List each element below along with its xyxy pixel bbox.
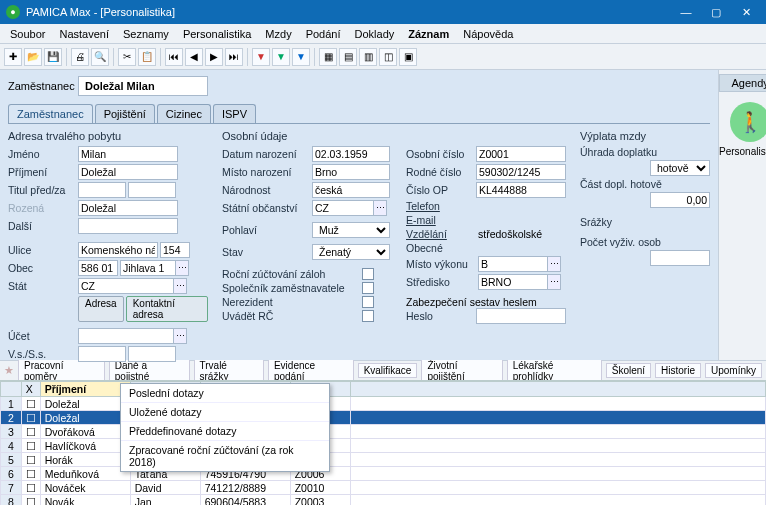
input-osobni-cislo[interactable] [476, 146, 566, 162]
ctx-zpracovane-rocni[interactable]: Zpracované roční zúčtování (za rok 2018) [121, 441, 329, 471]
toolbar-filter-icon[interactable]: ▼ [252, 48, 270, 66]
input-stredisko[interactable] [478, 274, 548, 290]
input-ulice-cislo[interactable] [160, 242, 190, 258]
ucet-lookup-button[interactable]: ⋯ [173, 328, 187, 344]
tab-zamestnanec[interactable]: Zaměstnanec [8, 104, 93, 123]
menu-personalistika[interactable]: Personalistika [177, 26, 257, 42]
tab-cizinec[interactable]: Cizinec [157, 104, 211, 123]
table-row[interactable]: 5☐HorákRadek760831/5641Z0008 [1, 453, 766, 467]
menu-doklady[interactable]: Doklady [349, 26, 401, 42]
menu-mzdy[interactable]: Mzdy [259, 26, 297, 42]
input-obcanstvi[interactable] [312, 200, 374, 216]
gridtab-kvalifikace[interactable]: Kvalifikace [358, 363, 418, 378]
obec-lookup-button[interactable]: ⋯ [175, 260, 189, 276]
toolbar-last-icon[interactable]: ⏭ [225, 48, 243, 66]
toolbar-print-icon[interactable]: 🖨 [71, 48, 89, 66]
col-prijmeni[interactable]: Příjmení [40, 382, 130, 397]
label-vzdelani[interactable]: Vzdělání [406, 228, 478, 240]
stat-lookup-button[interactable]: ⋯ [173, 278, 187, 294]
gridtab-skoleni[interactable]: Školení [606, 363, 651, 378]
grid-star-icon[interactable]: ★ [4, 364, 14, 377]
ctx-ulozene-dotazy[interactable]: Uložené dotazy [121, 403, 329, 422]
input-ss[interactable] [128, 346, 176, 362]
input-stat[interactable] [78, 278, 174, 294]
toolbar-grid2-icon[interactable]: ▤ [339, 48, 357, 66]
input-misto-vykonu[interactable] [478, 256, 548, 272]
label-telefon[interactable]: Telefon [406, 200, 478, 212]
chk-uvadet-rc[interactable] [362, 310, 374, 322]
toolbar-first-icon[interactable]: ⏮ [165, 48, 183, 66]
col-x[interactable]: X [21, 382, 40, 397]
stredisko-lookup-button[interactable]: ⋯ [547, 274, 561, 290]
ctx-posledni-dotazy[interactable]: Poslední dotazy [121, 384, 329, 403]
input-heslo[interactable] [476, 308, 566, 324]
tab-pojisteni[interactable]: Pojištění [95, 104, 155, 123]
menu-soubor[interactable]: Soubor [4, 26, 51, 42]
input-ucet[interactable] [78, 328, 174, 344]
menu-seznamy[interactable]: Seznamy [117, 26, 175, 42]
mistovyk-lookup-button[interactable]: ⋯ [547, 256, 561, 272]
input-titul-pred[interactable] [78, 182, 126, 198]
input-vs[interactable] [78, 346, 126, 362]
toolbar-next-icon[interactable]: ▶ [205, 48, 223, 66]
table-row[interactable]: 1☐Doležal [1, 397, 766, 411]
gridtab-upominky[interactable]: Upomínky [705, 363, 762, 378]
input-obec[interactable] [120, 260, 176, 276]
minimize-button[interactable]: — [672, 3, 700, 21]
input-narodnost[interactable] [312, 182, 390, 198]
toolbar-new-icon[interactable]: ✚ [4, 48, 22, 66]
input-prijmeni[interactable] [78, 164, 178, 180]
close-button[interactable]: ✕ [732, 3, 760, 21]
chk-rocni-zuct[interactable] [362, 268, 374, 280]
toolbar-grid4-icon[interactable]: ◫ [379, 48, 397, 66]
input-dalsi[interactable] [78, 218, 178, 234]
toolbar-cut-icon[interactable]: ✂ [118, 48, 136, 66]
grid-table[interactable]: X Příjmení Jméno Rodné číslo Číslo 1☐Dol… [0, 381, 766, 505]
toolbar-grid3-icon[interactable]: ▥ [359, 48, 377, 66]
toolbar-grid-icon[interactable]: ▦ [319, 48, 337, 66]
chk-spolecnik[interactable] [362, 282, 374, 294]
toolbar-grid5-icon[interactable]: ▣ [399, 48, 417, 66]
tab-ispv[interactable]: ISPV [213, 104, 256, 123]
chk-nerezident[interactable] [362, 296, 374, 308]
input-datum-nar[interactable] [312, 146, 390, 162]
toolbar-save-icon[interactable]: 💾 [44, 48, 62, 66]
input-jmeno[interactable] [78, 146, 178, 162]
table-row[interactable]: 3☐Dvořáková [1, 425, 766, 439]
toolbar-preview-icon[interactable]: 🔍 [91, 48, 109, 66]
input-cast-dopl[interactable] [650, 192, 710, 208]
toolbar-open-icon[interactable]: 📂 [24, 48, 42, 66]
btn-adresa[interactable]: Adresa [78, 296, 124, 322]
input-misto-nar[interactable] [312, 164, 390, 180]
table-row[interactable]: 6☐MeduňkováTaťána745916/4790Z0006 [1, 467, 766, 481]
menu-podani[interactable]: Podání [300, 26, 347, 42]
toolbar-copy-icon[interactable]: 📋 [138, 48, 156, 66]
table-row[interactable]: 2☐Doležal [1, 411, 766, 425]
select-stav[interactable]: Ženatý [312, 244, 390, 260]
table-row[interactable]: 8☐NovákJan690604/5883Z0003 [1, 495, 766, 506]
input-ulice[interactable] [78, 242, 158, 258]
table-row[interactable]: 7☐NováčekDavid741212/8889Z0010 [1, 481, 766, 495]
menu-nastaveni[interactable]: Nastavení [53, 26, 115, 42]
input-titul-za[interactable] [128, 182, 176, 198]
agenda-personalistika-icon[interactable]: 🚶 [730, 102, 766, 142]
btn-kontaktni-adresa[interactable]: Kontaktní adresa [126, 296, 208, 322]
table-row[interactable]: 4☐HavlíčkováAlena625927/1447Z0002 [1, 439, 766, 453]
ctx-preddefinovane[interactable]: Předdefinované dotazy [121, 422, 329, 441]
gridtab-historie[interactable]: Historie [655, 363, 701, 378]
input-psc[interactable] [78, 260, 118, 276]
menu-zaznam[interactable]: Záznam [402, 26, 455, 42]
toolbar-filter2-icon[interactable]: ▼ [272, 48, 290, 66]
input-rodne-cislo[interactable] [476, 164, 566, 180]
select-uhrada[interactable]: hotově [650, 160, 710, 176]
input-pocet-vyziv[interactable] [650, 250, 710, 266]
toolbar-filter3-icon[interactable]: ▼ [292, 48, 310, 66]
input-rozena[interactable] [78, 200, 178, 216]
maximize-button[interactable]: ▢ [702, 3, 730, 21]
menu-napoveda[interactable]: Nápověda [457, 26, 519, 42]
select-pohlavi[interactable]: Muž [312, 222, 390, 238]
label-email[interactable]: E-mail [406, 214, 478, 226]
toolbar-prev-icon[interactable]: ◀ [185, 48, 203, 66]
input-cislo-op[interactable] [476, 182, 566, 198]
obcanstvi-lookup-button[interactable]: ⋯ [373, 200, 387, 216]
